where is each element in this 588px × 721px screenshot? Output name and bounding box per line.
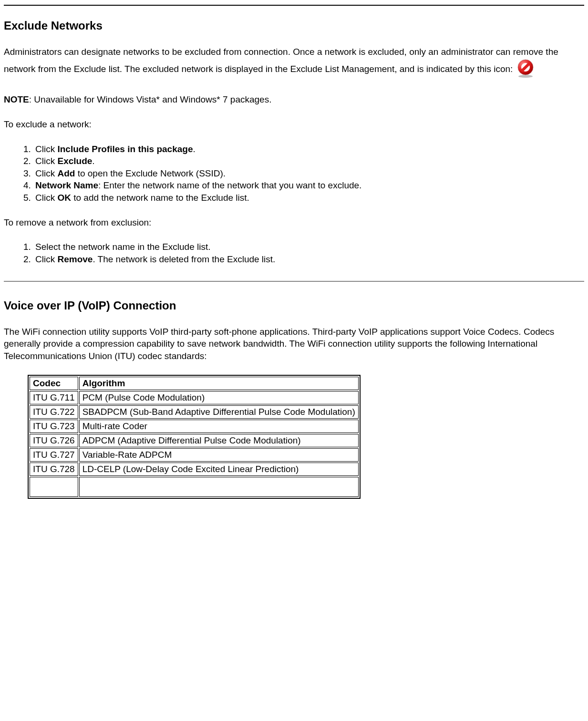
- note-text: : Unavailable for Windows Vista* and Win…: [29, 94, 272, 104]
- step-bold-text: OK: [57, 193, 71, 203]
- table-cell: ITU G.711: [30, 391, 78, 404]
- to-exclude-label: To exclude a network:: [4, 118, 584, 131]
- table-cell: LD-CELP (Low-Delay Code Excited Linear P…: [79, 463, 359, 476]
- step-bold-text: Add: [57, 168, 75, 178]
- table-row: ITU G.726ADPCM (Adaptive Differential Pu…: [30, 434, 359, 447]
- codec-table: Codec Algorithm ITU G.711PCM (Pulse Code…: [28, 375, 361, 499]
- voip-heading: Voice over IP (VoIP) Connection: [4, 299, 584, 312]
- table-cell: ITU G.727: [30, 448, 78, 462]
- table-row: [30, 477, 359, 497]
- section-divider: [4, 281, 584, 282]
- table-row: ITU G.722SBADPCM (Sub-Band Adaptive Diff…: [30, 405, 359, 419]
- list-item: Select the network name in the Exclude l…: [33, 241, 584, 253]
- table-cell: ITU G.722: [30, 405, 78, 419]
- algorithm-header: Algorithm: [79, 377, 359, 390]
- table-row: ITU G.711PCM (Pulse Code Modulation): [30, 391, 359, 404]
- table-cell: ITU G.726: [30, 434, 78, 447]
- exclude-steps-list: Click Include Profiles in this package.C…: [4, 143, 584, 204]
- list-item: Click Remove. The network is deleted fro…: [33, 253, 584, 266]
- remove-steps-list: Select the network name in the Exclude l…: [4, 241, 584, 265]
- step-bold-text: Exclude: [57, 156, 92, 166]
- exclude-indicator-icon: [516, 58, 536, 82]
- table-cell: [30, 477, 78, 497]
- table-cell: Multi-rate Coder: [79, 420, 359, 433]
- note-label: NOTE: [4, 94, 29, 104]
- table-cell: ITU G.723: [30, 420, 78, 433]
- table-cell: ADPCM (Adaptive Differential Pulse Code …: [79, 434, 359, 447]
- list-item: Click OK to add the network name to the …: [33, 192, 584, 204]
- table-cell: PCM (Pulse Code Modulation): [79, 391, 359, 404]
- exclude-note: NOTE: Unavailable for Windows Vista* and…: [4, 93, 584, 106]
- table-header-row: Codec Algorithm: [30, 377, 359, 390]
- list-item: Network Name: Enter the network name of …: [33, 179, 584, 192]
- table-row: ITU G.728LD-CELP (Low-Delay Code Excited…: [30, 463, 359, 476]
- table-row: ITU G.727Variable-Rate ADPCM: [30, 448, 359, 462]
- voip-intro: The WiFi connection utility supports VoI…: [4, 326, 584, 362]
- step-bold-text: Include Profiles in this package: [57, 144, 193, 154]
- svg-point-0: [518, 75, 533, 78]
- table-row: ITU G.723Multi-rate Coder: [30, 420, 359, 433]
- top-divider: [4, 5, 584, 6]
- step-bold-text: Remove: [57, 254, 93, 264]
- exclude-intro-text: Administrators can designate networks to…: [4, 47, 558, 74]
- codec-header: Codec: [30, 377, 78, 390]
- table-cell: [79, 477, 359, 497]
- table-cell: Variable-Rate ADPCM: [79, 448, 359, 462]
- list-item: Click Exclude.: [33, 155, 584, 167]
- exclude-intro-paragraph: Administrators can designate networks to…: [4, 46, 584, 81]
- to-remove-label: To remove a network from exclusion:: [4, 216, 584, 229]
- list-item: Click Include Profiles in this package.: [33, 143, 584, 155]
- step-bold-text: Network Name: [35, 180, 98, 190]
- list-item: Click Add to open the Exclude Network (S…: [33, 167, 584, 180]
- table-cell: SBADPCM (Sub-Band Adaptive Differential …: [79, 405, 359, 419]
- exclude-networks-heading: Exclude Networks: [4, 19, 584, 32]
- table-cell: ITU G.728: [30, 463, 78, 476]
